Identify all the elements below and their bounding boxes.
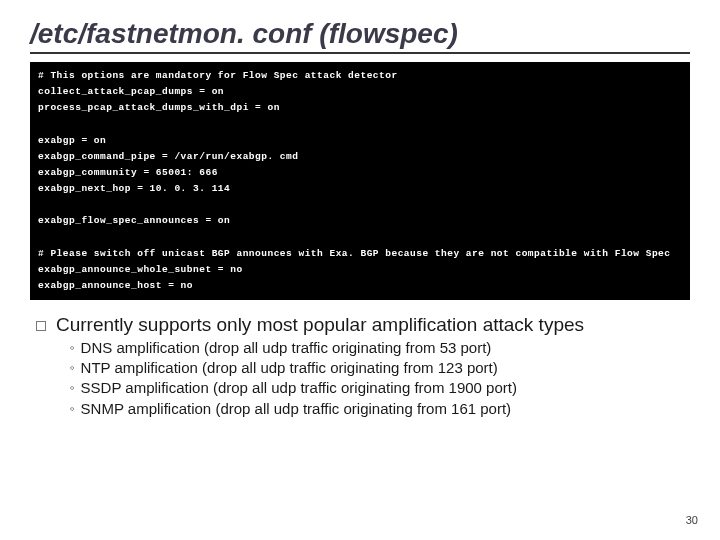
slide-title: /etc/fastnetmon. conf (flowspec): [30, 18, 690, 54]
circle-bullet-icon: ◦: [70, 379, 75, 398]
square-bullet-icon: [36, 321, 46, 331]
list-item-text: DNS amplification (drop all udp traffic …: [81, 338, 492, 358]
sub-bullet-list: ◦ DNS amplification (drop all udp traffi…: [70, 338, 690, 419]
circle-bullet-icon: ◦: [70, 339, 75, 358]
code-line: collect_attack_pcap_dumps = on: [38, 86, 224, 97]
code-line: exabgp_next_hop = 10. 0. 3. 114: [38, 183, 230, 194]
list-item: ◦ SSDP amplification (drop all udp traff…: [70, 378, 690, 398]
code-line: exabgp_flow_spec_announces = on: [38, 215, 230, 226]
code-line: exabgp_community = 65001: 666: [38, 167, 218, 178]
list-item-text: NTP amplification (drop all udp traffic …: [81, 358, 498, 378]
main-bullet-text: Currently supports only most popular amp…: [56, 314, 584, 336]
circle-bullet-icon: ◦: [70, 400, 75, 419]
content-area: Currently supports only most popular amp…: [30, 314, 690, 419]
list-item: ◦ SNMP amplification (drop all udp traff…: [70, 399, 690, 419]
config-code-block: # This options are mandatory for Flow Sp…: [30, 62, 690, 300]
list-item-text: SSDP amplification (drop all udp traffic…: [81, 378, 517, 398]
code-line: exabgp_announce_host = no: [38, 280, 193, 291]
code-line: # Please switch off unicast BGP announce…: [38, 248, 671, 259]
list-item: ◦ NTP amplification (drop all udp traffi…: [70, 358, 690, 378]
code-line: # This options are mandatory for Flow Sp…: [38, 70, 398, 81]
main-bullet: Currently supports only most popular amp…: [36, 314, 690, 336]
code-line: exabgp = on: [38, 135, 106, 146]
list-item-text: SNMP amplification (drop all udp traffic…: [81, 399, 511, 419]
code-line: process_pcap_attack_dumps_with_dpi = on: [38, 102, 280, 113]
code-line: exabgp_announce_whole_subnet = no: [38, 264, 243, 275]
page-number: 30: [686, 514, 698, 526]
code-line: exabgp_command_pipe = /var/run/exabgp. c…: [38, 151, 298, 162]
list-item: ◦ DNS amplification (drop all udp traffi…: [70, 338, 690, 358]
circle-bullet-icon: ◦: [70, 359, 75, 378]
